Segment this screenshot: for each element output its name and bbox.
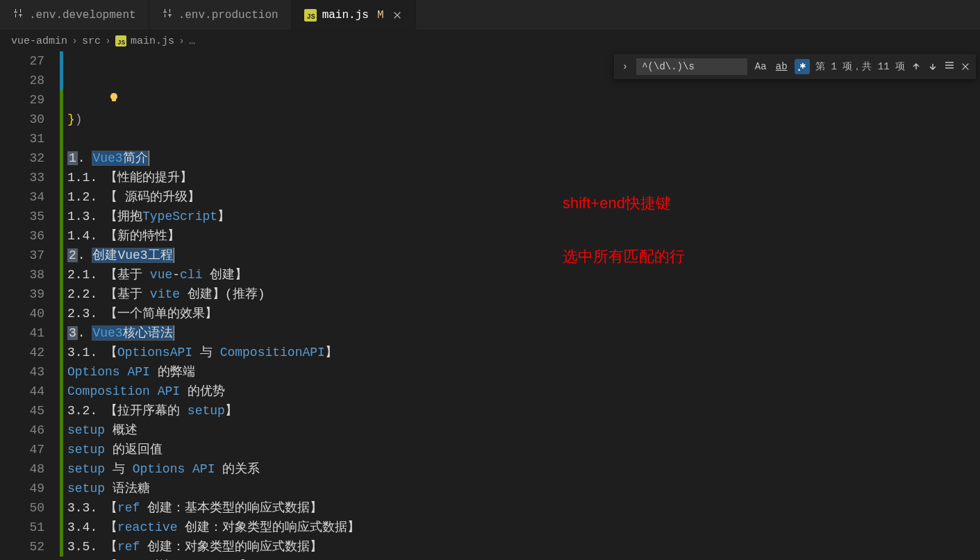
- tab-main-js[interactable]: JS main.js M: [292, 0, 417, 30]
- lightbulb-icon[interactable]: [63, 71, 119, 129]
- code-line[interactable]: setup 概述: [67, 421, 360, 440]
- settings-icon: [162, 8, 173, 22]
- breadcrumb-item[interactable]: …: [189, 35, 195, 47]
- code-line[interactable]: 2. 创建Vue3工程: [67, 246, 360, 265]
- selection: Vue3核心语法: [92, 326, 172, 340]
- code-line[interactable]: 3.4. 【reactive 创建：对象类型的响应式数据】: [67, 518, 360, 537]
- code-line[interactable]: 1. Vue3简介: [67, 149, 360, 168]
- breadcrumb-item[interactable]: src: [82, 35, 101, 47]
- find-input[interactable]: [636, 58, 747, 75]
- breadcrumb-item[interactable]: vue-admin: [11, 35, 67, 47]
- code-line[interactable]: 3.5. 【ref 创建：对象类型的响应式数据】: [67, 537, 360, 557]
- code-line[interactable]: 1.3. 【拥抱TypeScript】: [67, 207, 360, 226]
- code-line[interactable]: 1.2. 【 源码的升级】: [67, 187, 360, 207]
- dirty-indicator: M: [377, 9, 384, 22]
- selection: Vue3简介: [92, 151, 147, 165]
- regex-toggle[interactable]: [795, 59, 810, 74]
- code-line[interactable]: 3.1. 【OptionsAPI 与 CompositionAPI】: [67, 343, 360, 362]
- tab-env-development[interactable]: .env.development: [0, 0, 149, 30]
- code-line[interactable]: 2.3. 【一个简单的效果】: [67, 304, 360, 323]
- tab-label: .env.production: [178, 9, 279, 22]
- line-number-gutter: 2728293031323334353637383940414243444546…: [0, 51, 56, 560]
- annotation-text: 选中所有匹配的行: [563, 246, 685, 267]
- tab-label: main.js: [322, 9, 369, 22]
- find-next-button[interactable]: [927, 61, 938, 72]
- tab-label: .env.development: [29, 9, 136, 22]
- code-line[interactable]: setup 与 Options API 的关系: [67, 459, 360, 479]
- code-line[interactable]: 1.4. 【新的特性】: [67, 226, 360, 246]
- code-content[interactable]: }) 1. Vue3简介1.1. 【性能的提升】1.2. 【 源码的升级】1.3…: [63, 51, 360, 560]
- code-line[interactable]: 3.6. 【ref 对比 reactive】: [67, 557, 360, 560]
- code-line[interactable]: [67, 129, 360, 149]
- editor[interactable]: 2728293031323334353637383940414243444546…: [0, 51, 980, 560]
- find-results: 第 1 项，共 11 项: [815, 60, 905, 73]
- close-icon[interactable]: [392, 10, 403, 21]
- code-line[interactable]: Options API 的弊端: [67, 362, 360, 382]
- match-case-toggle[interactable]: Aa: [753, 59, 768, 74]
- selection: 创建Vue3工程: [92, 248, 172, 262]
- breadcrumb[interactable]: vue-admin › src › JS main.js › …: [0, 31, 980, 51]
- code-line[interactable]: 2.1. 【基于 vue-cli 创建】: [67, 265, 360, 285]
- code-line[interactable]: 1.1. 【性能的提升】: [67, 168, 360, 187]
- chevron-right-icon: ›: [105, 35, 111, 47]
- find-prev-button[interactable]: [911, 61, 922, 72]
- tab-env-production[interactable]: .env.production: [149, 0, 292, 30]
- code-line[interactable]: 3. Vue3核心语法: [67, 323, 360, 343]
- settings-icon: [13, 8, 24, 22]
- breadcrumb-item[interactable]: main.js: [131, 35, 174, 47]
- chevron-right-icon: ›: [178, 35, 185, 47]
- code-line[interactable]: setup 的返回值: [67, 440, 360, 459]
- code-line[interactable]: setup 语法糖: [67, 479, 360, 498]
- code-line[interactable]: 3.2. 【拉开序幕的 setup】: [67, 401, 360, 421]
- chevron-right-icon[interactable]: ›: [620, 61, 631, 72]
- editor-tabs: .env.development .env.production JS main…: [0, 0, 980, 31]
- js-icon: JS: [304, 9, 317, 22]
- code-line[interactable]: 2.2. 【基于 vite 创建】(推荐): [67, 285, 360, 304]
- menu-icon[interactable]: [944, 60, 955, 74]
- close-icon[interactable]: [961, 62, 970, 71]
- annotation-text: shift+end快捷键: [563, 193, 671, 214]
- whole-word-toggle[interactable]: ab: [774, 59, 789, 74]
- code-line[interactable]: 3.3. 【ref 创建：基本类型的响应式数据】: [67, 498, 360, 518]
- chevron-right-icon: ›: [72, 35, 78, 47]
- find-widget: › Aa ab 第 1 项，共 11 项: [614, 54, 976, 79]
- js-icon: JS: [115, 35, 126, 46]
- code-line[interactable]: Composition API 的优势: [67, 382, 360, 401]
